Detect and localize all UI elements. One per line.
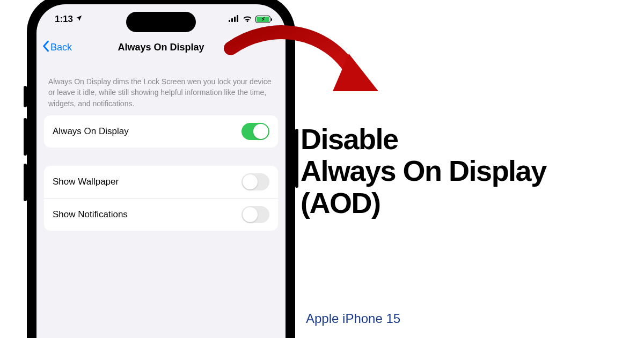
setting-label: Show Notifications	[53, 209, 128, 220]
device-label: Apple iPhone 15	[306, 311, 400, 326]
back-button[interactable]: Back	[42, 40, 72, 55]
battery-icon: ⚡︎	[255, 16, 270, 23]
section-description: Always On Display dims the Lock Screen w…	[36, 60, 286, 115]
page-title: Always On Display	[36, 42, 286, 53]
toggle-switch[interactable]	[241, 123, 269, 140]
back-label: Back	[50, 42, 72, 53]
settings-group: Always On Display	[44, 115, 278, 148]
phone-screen: 1:13 ⚡︎	[36, 4, 286, 338]
setting-row-always-on-display[interactable]: Always On Display	[44, 115, 278, 148]
location-icon	[75, 14, 83, 25]
phone-side-button	[24, 86, 27, 107]
phone-power-button	[295, 129, 298, 188]
status-time: 1:13	[55, 14, 73, 25]
setting-row-show-wallpaper[interactable]: Show Wallpaper	[44, 166, 278, 198]
headline-line: (AOD)	[301, 187, 546, 219]
dynamic-island	[126, 12, 196, 32]
headline-line: Always On Display	[301, 155, 546, 187]
toggle-switch[interactable]	[241, 173, 269, 190]
nav-bar: Back Always On Display	[36, 34, 286, 60]
phone-volume-down-button	[24, 164, 27, 201]
toggle-switch[interactable]	[241, 206, 269, 223]
phone-volume-up-button	[24, 118, 27, 156]
headline-line: Disable	[301, 123, 546, 155]
chevron-left-icon	[42, 40, 49, 55]
setting-label: Show Wallpaper	[53, 177, 119, 187]
svg-rect-0	[229, 20, 230, 22]
phone-frame: 1:13 ⚡︎	[27, 0, 295, 338]
setting-row-show-notifications[interactable]: Show Notifications	[44, 198, 278, 231]
battery-charging-icon: ⚡︎	[261, 17, 265, 22]
settings-group: Show Wallpaper Show Notifications	[44, 166, 278, 231]
svg-rect-1	[231, 18, 233, 22]
svg-rect-2	[234, 17, 236, 22]
cellular-icon	[229, 14, 239, 25]
svg-rect-3	[237, 15, 238, 22]
setting-label: Always On Display	[53, 126, 129, 137]
headline: Disable Always On Display (AOD)	[301, 123, 546, 219]
wifi-icon	[243, 14, 252, 25]
